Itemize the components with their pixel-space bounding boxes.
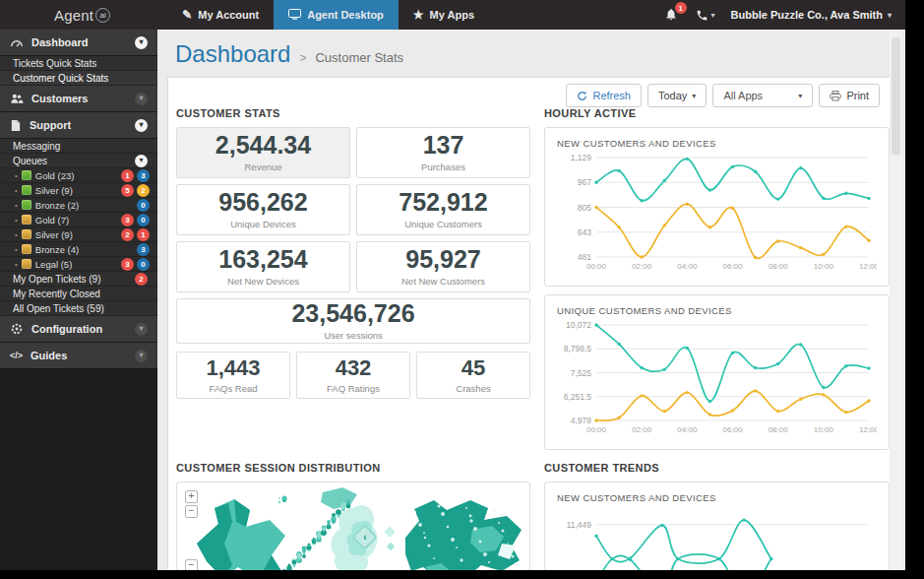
queue-row-gold-23[interactable]: • Gold (23) 13 — [0, 168, 157, 183]
queue-row-silver-9a[interactable]: • Silver (9) 52 — [0, 183, 157, 198]
map-zoom-out-button[interactable]: − — [185, 505, 198, 518]
chevron-down-icon[interactable]: ▾ — [135, 119, 148, 132]
logo[interactable]: Agentai — [54, 0, 110, 30]
phone-menu[interactable]: ▾ — [696, 9, 715, 22]
bullet-icon: • — [15, 260, 18, 269]
queue-badge: 2 — [137, 184, 150, 197]
svg-text:11,449: 11,449 — [567, 520, 592, 530]
stat-tile-net-new-devices[interactable]: 163,254 Net New Devices — [176, 241, 350, 292]
sidebar-item-dashboard[interactable]: Dashboard ▾ — [0, 30, 157, 56]
notification-badge: 1 — [675, 2, 687, 14]
svg-text:10:00: 10:00 — [814, 425, 834, 434]
svg-text:12:00: 12:00 — [859, 262, 877, 271]
bullet-icon: • — [15, 245, 18, 254]
stat-tile-crashes[interactable]: 45 Crashes — [416, 352, 530, 399]
svg-text:00:00: 00:00 — [586, 425, 607, 434]
session-distribution-map: + − − + ‹ — [176, 482, 530, 570]
sidebar-item-queues[interactable]: Queues ▾ — [0, 154, 157, 168]
sidebar-item-messaging[interactable]: Messaging — [0, 139, 157, 154]
sidebar-item-configuration[interactable]: Configuration ▾ — [0, 316, 157, 343]
svg-text:8,798.5: 8,798.5 — [564, 344, 592, 354]
gear-icon — [10, 322, 24, 336]
world-map[interactable] — [177, 482, 529, 570]
svg-text:02:00: 02:00 — [632, 425, 652, 434]
main-content: Dashboard > Customer Stats Refresh Today… — [157, 30, 905, 570]
stat-tile-user-sessions[interactable]: 23,546,726 User sessions — [176, 298, 530, 344]
app-icon — [22, 200, 31, 210]
sidebar-item-my-recently-closed[interactable]: My Recently Closed — [0, 287, 157, 301]
document-icon — [10, 119, 22, 132]
star-icon: ★ — [413, 9, 424, 21]
sidebar-item-customer-quick-stats[interactable]: Customer Quick Stats — [0, 71, 157, 86]
svg-text:967: 967 — [578, 177, 591, 187]
stat-tiles: 2,544.34 Revenue 137 Purchases 956,262 U… — [176, 127, 530, 292]
section-session-distribution: CUSTOMER SESSION DISTRIBUTION — [176, 462, 530, 476]
scrollbar-thumb[interactable] — [892, 37, 900, 156]
svg-text:1,129: 1,129 — [571, 153, 592, 162]
app-icon — [22, 229, 31, 239]
chevron-down-icon[interactable]: ▾ — [135, 36, 148, 49]
toolbar: Refresh Today ▾ All Apps ▾ Print — [566, 84, 880, 107]
tab-agent-desktop[interactable]: Agent Desktop — [274, 0, 399, 30]
customers-icon — [10, 93, 24, 104]
account-menu[interactable]: Bubble Puzzle Co., Ava Smith ▾ — [731, 9, 892, 21]
customer-trends-chart: 11,44911,449 — [557, 505, 877, 570]
tickets-badge: 2 — [135, 273, 148, 286]
chevron-down-icon[interactable]: ▾ — [135, 155, 148, 167]
sidebar-item-customers[interactable]: Customers ▾ — [0, 86, 157, 112]
dashboard-card: Refresh Today ▾ All Apps ▾ Print CUSTOME… — [167, 77, 891, 570]
stat-tile-faqs-read[interactable]: 1,443 FAQs Read — [176, 352, 290, 399]
topbar-right: 1 ▾ Bubble Puzzle Co., Ava Smith ▾ — [664, 0, 905, 30]
section-customer-stats: CUSTOMER STATS — [176, 107, 530, 121]
app-icon — [22, 215, 31, 225]
stat-tile-revenue[interactable]: 2,544.34 Revenue — [176, 127, 350, 178]
sidebar-item-my-open-tickets[interactable]: My Open Tickets (9) 2 — [0, 272, 157, 287]
map-zoom-in-button[interactable]: + — [185, 490, 198, 503]
svg-text:481: 481 — [578, 252, 591, 262]
refresh-button[interactable]: Refresh — [566, 84, 642, 107]
chevron-down-icon[interactable]: ▾ — [135, 323, 148, 336]
sidebar-item-support[interactable]: Support ▾ — [0, 112, 157, 139]
queue-badge: 0 — [137, 199, 150, 212]
svg-text:02:00: 02:00 — [632, 262, 652, 271]
edit-icon: ✎ — [182, 9, 192, 21]
queue-row-bronze-4[interactable]: • Bronze (4) 3 — [0, 242, 157, 257]
apps-select[interactable]: All Apps ▾ — [712, 84, 813, 107]
chevron-down-icon[interactable]: ▾ — [135, 350, 148, 362]
svg-text:06:00: 06:00 — [722, 425, 743, 434]
sidebar-item-all-open-tickets[interactable]: All Open Tickets (59) — [0, 301, 157, 316]
customer-trends-panel: NEW CUSTOMERS AND DEVICES 11,44911,449 — [544, 482, 890, 570]
stat-tile-net-new-customers[interactable]: 95,927 Net New Customers — [356, 241, 530, 292]
sidebar-item-guides[interactable]: </> Guides ▾ — [0, 343, 157, 369]
chevron-down-icon[interactable]: ▾ — [135, 93, 148, 105]
section-hourly-active: HOURLY ACTIVE — [544, 107, 890, 121]
queue-row-silver-9b[interactable]: • Silver (9) 21 — [0, 227, 157, 242]
stat-tile-faq-ratings[interactable]: 432 FAQ Ratings — [296, 352, 410, 399]
bullet-icon: • — [15, 230, 18, 239]
right-column: HOURLY ACTIVE NEW CUSTOMERS AND DEVICES … — [544, 107, 890, 570]
stat-tile-unique-customers[interactable]: 752,912 Unique Customers — [356, 184, 530, 235]
tab-my-account[interactable]: ✎ My Account — [167, 0, 274, 30]
stat-tile-purchases[interactable]: 137 Purchases — [356, 127, 530, 178]
topbar: Agentai ✎ My Account Agent Desktop ★ My … — [0, 0, 905, 30]
chevron-down-icon: ▾ — [711, 11, 715, 20]
app-window: Agentai ✎ My Account Agent Desktop ★ My … — [0, 0, 905, 570]
map-zoom-out-button-2[interactable]: − — [185, 559, 198, 570]
print-button[interactable]: Print — [819, 84, 880, 107]
queue-badge: 1 — [137, 228, 150, 241]
notifications-button[interactable]: 1 — [664, 7, 680, 23]
date-range-button[interactable]: Today ▾ — [647, 84, 707, 107]
queue-row-legal-5[interactable]: • Legal (5) 30 — [0, 257, 157, 272]
svg-text:643: 643 — [578, 227, 591, 237]
queue-row-bronze-2[interactable]: • Bronze (2) 0 — [0, 198, 157, 213]
tab-my-apps[interactable]: ★ My Apps — [399, 0, 489, 30]
hourly-unique-chart: 10,0728,798.57,5256,251.54,97800:0002:00… — [557, 318, 877, 440]
scrollbar[interactable] — [890, 30, 902, 570]
gauge-icon — [10, 36, 24, 49]
chevron-down-icon: ▾ — [888, 11, 892, 20]
queue-badge: 3 — [137, 169, 150, 182]
stat-tile-unique-devices[interactable]: 956,262 Unique Devices — [176, 184, 350, 235]
top-tabs: ✎ My Account Agent Desktop ★ My Apps — [167, 0, 489, 30]
sidebar-item-tickets-quick-stats[interactable]: Tickets Quick Stats — [0, 56, 157, 71]
queue-row-gold-7[interactable]: • Gold (7) 30 — [0, 213, 157, 227]
